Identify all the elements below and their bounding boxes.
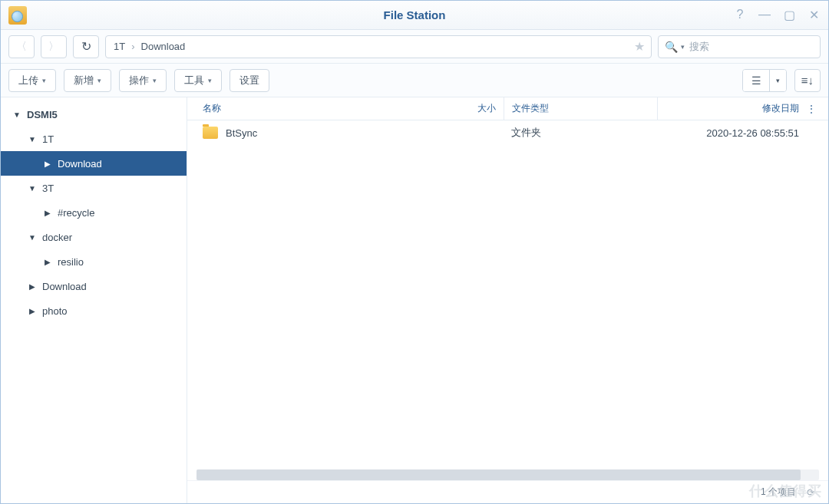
chevron-right-icon[interactable]: ▶ — [42, 160, 53, 168]
tree-item-label: Download — [42, 281, 179, 292]
settings-button[interactable]: 设置 — [230, 69, 269, 92]
tree-item-label: #recycle — [58, 207, 179, 219]
create-button[interactable]: 新增▾ — [64, 69, 111, 92]
tree-item-label: resilio — [58, 256, 179, 268]
column-menu-icon[interactable]: ⋮ — [804, 104, 819, 114]
chevron-right-icon[interactable]: ▶ — [42, 209, 53, 217]
column-type[interactable]: 文件类型 — [504, 97, 657, 120]
breadcrumb-item[interactable]: 1T — [114, 41, 125, 52]
chevron-down-icon[interactable]: ▼ — [27, 135, 38, 143]
breadcrumb[interactable]: 1T › Download ★ — [105, 35, 652, 58]
file-row[interactable]: BtSync文件夹2020-12-26 08:55:51 — [187, 120, 828, 145]
tree-item[interactable]: ▶resilio — [1, 249, 187, 274]
back-button[interactable]: 〈 — [8, 35, 35, 58]
item-count: 1 个项目 — [761, 486, 796, 499]
upload-button[interactable]: 上传▾ — [8, 69, 56, 92]
file-name: BtSync — [226, 127, 257, 139]
tree-root[interactable]: ▼ DSMI5 — [1, 102, 187, 127]
forward-button[interactable]: 〉 — [41, 35, 67, 58]
column-name[interactable]: 名称 — [197, 102, 457, 115]
status-bar: 1 个项目 ⟳ — [187, 480, 828, 503]
search-input[interactable] — [689, 41, 818, 52]
file-date: 2020-12-26 08:55:51 — [657, 127, 819, 139]
tree-item[interactable]: ▶#recycle — [1, 200, 187, 225]
chevron-right-icon[interactable]: ▶ — [42, 258, 53, 266]
tree-item-label: photo — [42, 305, 179, 317]
chevron-down-icon[interactable]: ▼ — [12, 110, 22, 119]
chevron-right-icon[interactable]: ▶ — [27, 307, 38, 315]
search-dropdown-icon[interactable]: ▾ — [681, 43, 685, 51]
breadcrumb-separator: › — [131, 41, 134, 52]
tree-item-label: 1T — [42, 133, 179, 145]
chevron-right-icon[interactable]: ▶ — [27, 282, 38, 291]
help-icon[interactable]: ? — [733, 8, 747, 22]
minimize-icon[interactable]: — — [758, 8, 771, 22]
tree-item[interactable]: ▶photo — [1, 298, 187, 323]
column-size[interactable]: 大小 — [457, 102, 504, 115]
chevron-down-icon[interactable]: ▼ — [27, 233, 38, 242]
folder-icon — [203, 127, 218, 139]
search-icon: 🔍 — [665, 41, 678, 53]
refresh-status-icon[interactable]: ⟳ — [807, 487, 814, 498]
reload-button[interactable]: ↻ — [73, 35, 99, 58]
maximize-icon[interactable]: ▢ — [782, 8, 796, 22]
tree-item[interactable]: ▶Download — [1, 274, 187, 298]
action-button[interactable]: 操作▾ — [119, 69, 167, 92]
tree-item[interactable]: ▼docker — [1, 225, 187, 249]
search-box[interactable]: 🔍 ▾ — [658, 35, 821, 58]
tree-item[interactable]: ▼3T — [1, 176, 187, 200]
column-headers: 名称 大小 文件类型 修改日期 ⋮ — [187, 97, 828, 120]
window-title: File Station — [384, 8, 446, 21]
view-dropdown-button[interactable]: ▾ — [769, 70, 786, 91]
favorite-icon[interactable]: ★ — [634, 39, 645, 54]
file-type: 文件夹 — [504, 126, 657, 140]
tree-item-label: docker — [42, 232, 179, 243]
tree-item[interactable]: ▶Download — [1, 151, 187, 176]
close-icon[interactable]: ✕ — [807, 8, 821, 22]
column-date[interactable]: 修改日期 — [657, 97, 804, 120]
chevron-down-icon[interactable]: ▼ — [27, 184, 38, 193]
sidebar: ▼ DSMI5 ▼1T▶Download▼3T▶#recycle▼docker▶… — [1, 97, 187, 503]
horizontal-scrollbar[interactable] — [197, 469, 819, 480]
file-list: BtSync文件夹2020-12-26 08:55:51 — [187, 120, 828, 469]
tools-button[interactable]: 工具▾ — [174, 69, 222, 92]
view-list-button[interactable]: ☰ — [743, 70, 769, 91]
tree-item-label: 3T — [42, 183, 179, 194]
tree-item-label: Download — [58, 158, 179, 170]
tree-item[interactable]: ▼1T — [1, 127, 187, 151]
app-icon — [8, 6, 27, 25]
breadcrumb-item[interactable]: Download — [141, 41, 186, 52]
sort-button[interactable]: ≡↓ — [794, 69, 821, 92]
